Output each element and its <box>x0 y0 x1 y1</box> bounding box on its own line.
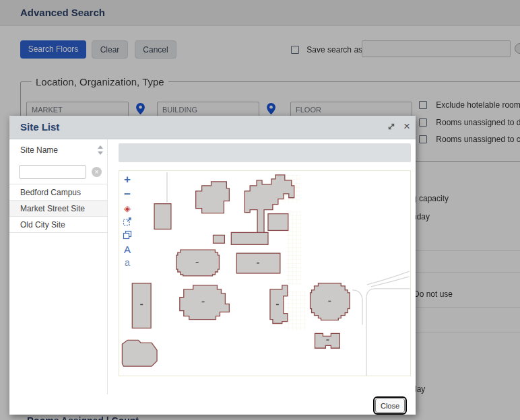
building-footprint[interactable] <box>315 333 340 348</box>
fragment-capacity: g capacity <box>412 194 449 203</box>
layers-icon[interactable] <box>121 230 133 241</box>
building-footprint[interactable] <box>122 340 157 366</box>
save-search-checkbox[interactable] <box>291 46 299 54</box>
center-map-icon[interactable]: ◈ <box>121 203 133 214</box>
floor-input[interactable] <box>290 102 412 117</box>
site-list-item[interactable]: Bedford Campus <box>9 184 107 201</box>
option-exclude-hotelable: Exclude hotelable rooms <box>419 100 520 110</box>
dialog-title: Site List <box>20 121 59 133</box>
sort-icon[interactable] <box>98 145 103 155</box>
close-button[interactable]: Close <box>375 398 405 413</box>
option-label: Rooms unassigned to divisio <box>436 118 520 127</box>
building-footprint[interactable] <box>214 235 225 243</box>
zoom-in-icon[interactable]: + <box>121 174 133 186</box>
map-title-bar <box>119 143 411 162</box>
save-search-label: Save search as <box>306 45 362 55</box>
building-footprint[interactable] <box>132 283 151 328</box>
dialog-header[interactable]: Site List × <box>9 116 416 139</box>
location-pin-icon[interactable] <box>267 103 275 114</box>
site-table-panel: Site Name × Bedford Campus Market Street… <box>9 139 108 394</box>
building-footprint[interactable] <box>180 285 230 320</box>
site-filter-input[interactable] <box>19 165 86 179</box>
maximize-icon[interactable] <box>387 123 395 131</box>
save-search-input[interactable] <box>362 40 511 57</box>
site-list-item[interactable]: Old City Site <box>9 217 107 233</box>
app-header: Advanced Search <box>0 0 520 26</box>
market-input[interactable] <box>26 102 129 117</box>
label-lowercase-icon[interactable]: a <box>121 258 133 268</box>
building-footprints <box>122 175 350 366</box>
map-toolbar: + − ◈ A a <box>121 174 135 271</box>
unassigned-category-checkbox[interactable] <box>419 135 427 143</box>
site-list-item[interactable]: Market Street Site <box>9 201 107 217</box>
page-title: Advanced Search <box>20 7 105 18</box>
option-unassigned-category: Rooms unassigned to catego <box>419 134 520 144</box>
site-filter-row: × <box>9 162 107 184</box>
option-label: Rooms unassigned to catego <box>436 135 520 144</box>
clear-button[interactable]: Clear <box>92 40 128 59</box>
building-footprint[interactable] <box>154 204 171 230</box>
fragment-bottom-section: Rooms Assigned | Count <box>27 415 139 420</box>
label-uppercase-icon[interactable]: A <box>121 244 133 255</box>
site-list-dialog: Site List × Site Name × Bedford Campus M… <box>9 116 416 415</box>
option-label: Exclude hotelable rooms <box>436 100 520 110</box>
building-input[interactable] <box>157 102 259 117</box>
save-search-row: Save search as <box>291 44 362 55</box>
location-pin-icon[interactable] <box>136 103 145 114</box>
unassigned-division-checkbox[interactable] <box>419 118 427 127</box>
exclude-hotelable-checkbox[interactable] <box>419 101 427 109</box>
site-map-canvas[interactable]: + − ◈ A a <box>119 170 411 376</box>
dialog-footer: Close <box>9 394 416 415</box>
search-floors-button[interactable]: Search Floors <box>20 40 86 59</box>
close-icon[interactable]: × <box>403 119 410 134</box>
fragment-do-not-use: Do not use <box>414 289 453 299</box>
clear-filter-icon[interactable]: × <box>92 167 102 177</box>
screen: Advanced Search Search Floors Clear Canc… <box>0 0 520 420</box>
site-name-column-header[interactable]: Site Name <box>9 139 107 162</box>
site-map <box>119 171 410 376</box>
building-footprint[interactable] <box>176 250 220 276</box>
criteria-legend: Location, Organization, Type <box>32 76 168 88</box>
fit-extent-icon[interactable] <box>121 217 133 228</box>
column-label: Site Name <box>20 145 58 155</box>
option-unassigned-division: Rooms unassigned to divisio <box>419 117 520 127</box>
zoom-out-icon[interactable]: − <box>121 188 133 201</box>
cancel-button[interactable]: Cancel <box>135 40 176 59</box>
map-grid-patch <box>285 291 306 330</box>
help-icon[interactable] <box>515 43 520 54</box>
building-footprint[interactable] <box>196 182 230 213</box>
building-footprint[interactable] <box>268 214 288 231</box>
building-footprint[interactable] <box>231 232 268 244</box>
